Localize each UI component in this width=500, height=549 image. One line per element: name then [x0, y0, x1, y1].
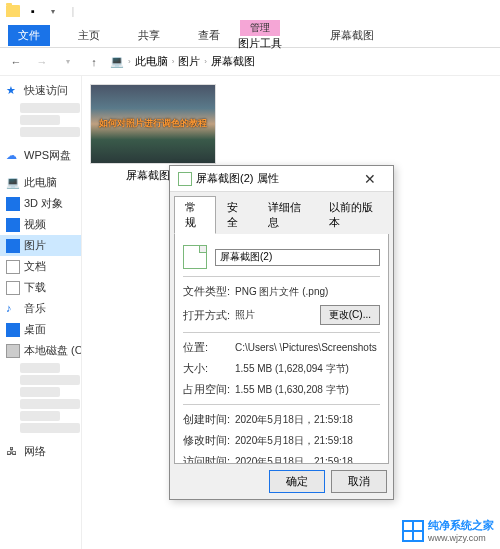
blurred-item	[20, 423, 80, 433]
val-location: C:\Users\ \Pictures\Screenshots	[235, 342, 380, 353]
watermark-text: 纯净系统之家	[428, 518, 494, 533]
dialog-titlebar[interactable]: 屏幕截图(2) 属性 ✕	[170, 166, 393, 192]
val-openwith: 照片	[235, 308, 320, 322]
blurred-item	[20, 103, 80, 113]
tab-details[interactable]: 详细信息	[257, 196, 318, 234]
blurred-item	[20, 375, 80, 385]
thumbnail-image: 如何对照片进行调色的教程	[90, 84, 216, 164]
sidebar-item-video[interactable]: 视频	[0, 214, 81, 235]
label-modified: 修改时间:	[183, 433, 235, 448]
qat-dropdown[interactable]: ▾	[44, 2, 62, 20]
tab-view[interactable]: 查看	[188, 25, 230, 46]
close-button[interactable]: ✕	[355, 171, 385, 187]
pc-icon: 💻	[110, 55, 124, 68]
sidebar-item-3d[interactable]: 3D 对象	[0, 193, 81, 214]
watermark-url: www.wjzy.com	[428, 533, 494, 543]
val-filetype: PNG 图片文件 (.png)	[235, 285, 380, 299]
label-created: 创建时间:	[183, 412, 235, 427]
disk-icon	[6, 344, 20, 358]
forward-button[interactable]: →	[32, 52, 52, 72]
address-bar: ← → ▾ ↑ 💻 › 此电脑 › 图片 › 屏幕截图	[0, 48, 500, 76]
sidebar-item-pics[interactable]: 图片	[0, 235, 81, 256]
sidebar-item-quick[interactable]: ★快速访问	[0, 80, 81, 101]
video-icon	[6, 218, 20, 232]
dialog-tabs: 常规 安全 详细信息 以前的版本	[170, 192, 393, 234]
breadcrumb-folder[interactable]: 屏幕截图	[211, 54, 255, 69]
sidebar-item-pc[interactable]: 💻此电脑	[0, 172, 81, 193]
blurred-item	[20, 411, 60, 421]
download-icon	[6, 281, 20, 295]
music-icon: ♪	[6, 302, 20, 316]
label-openwith: 打开方式:	[183, 308, 235, 323]
label-accessed: 访问时间:	[183, 454, 235, 464]
sidebar-item-downloads[interactable]: 下载	[0, 277, 81, 298]
folder-icon	[4, 2, 22, 20]
val-modified: 2020年5月18日，21:59:18	[235, 434, 380, 448]
properties-dialog: 屏幕截图(2) 属性 ✕ 常规 安全 详细信息 以前的版本 文件类型:PNG 图…	[169, 165, 394, 500]
context-group: 管理	[240, 20, 280, 36]
blurred-item	[20, 127, 80, 137]
file-icon	[178, 172, 192, 186]
val-accessed: 2020年5月18日，21:59:18	[235, 455, 380, 465]
context-tab[interactable]: 图片工具	[238, 36, 282, 51]
file-type-icon	[183, 245, 207, 269]
sidebar-item-desktop[interactable]: 桌面	[0, 319, 81, 340]
watermark: 纯净系统之家 www.wjzy.com	[402, 518, 494, 543]
cloud-icon: ☁	[6, 149, 20, 163]
blurred-item	[20, 363, 60, 373]
tab-file[interactable]: 文件	[8, 25, 50, 46]
breadcrumb-pics[interactable]: 图片	[178, 54, 200, 69]
nav-pane: ★快速访问 ☁WPS网盘 💻此电脑 3D 对象 视频 图片 文档 下载 ♪音乐 …	[0, 76, 82, 549]
cube-icon	[6, 197, 20, 211]
pc-icon: 💻	[6, 176, 20, 190]
thumbnail-overlay-text: 如何对照片进行调色的教程	[91, 117, 215, 130]
val-sizedisk: 1.55 MB (1,630,208 字节)	[235, 383, 380, 397]
label-filetype: 文件类型:	[183, 284, 235, 299]
star-icon: ★	[6, 84, 20, 98]
cancel-button[interactable]: 取消	[331, 470, 387, 493]
val-created: 2020年5月18日，21:59:18	[235, 413, 380, 427]
history-dropdown[interactable]: ▾	[58, 52, 78, 72]
sidebar-item-network[interactable]: 🖧网络	[0, 441, 81, 462]
ribbon: ▪ ▾ | 文件 主页 共享 查看 管理 图片工具 屏幕截图	[0, 0, 500, 48]
sidebar-item-docs[interactable]: 文档	[0, 256, 81, 277]
change-button[interactable]: 更改(C)...	[320, 305, 380, 325]
qat-item[interactable]: ▪	[24, 2, 42, 20]
val-size: 1.55 MB (1,628,094 字节)	[235, 362, 380, 376]
blurred-item	[20, 387, 60, 397]
ok-button[interactable]: 确定	[269, 470, 325, 493]
tab-share[interactable]: 共享	[128, 25, 170, 46]
dialog-title: 屏幕截图(2) 属性	[196, 171, 279, 186]
tab-security[interactable]: 安全	[216, 196, 258, 234]
desktop-icon	[6, 323, 20, 337]
label-sizedisk: 占用空间:	[183, 382, 235, 397]
filename-input[interactable]	[215, 249, 380, 266]
sidebar-item-disk-c[interactable]: 本地磁盘 (C:)	[0, 340, 81, 361]
tab-general[interactable]: 常规	[174, 196, 216, 234]
tab-previous[interactable]: 以前的版本	[318, 196, 389, 234]
dialog-footer: 确定 取消	[170, 464, 393, 499]
watermark-icon	[402, 520, 424, 542]
blurred-item	[20, 115, 60, 125]
dialog-body: 文件类型:PNG 图片文件 (.png) 打开方式:照片更改(C)... 位置:…	[174, 234, 389, 464]
network-icon: 🖧	[6, 445, 20, 459]
label-location: 位置:	[183, 340, 235, 355]
tab-home[interactable]: 主页	[68, 25, 110, 46]
window-title: 屏幕截图	[330, 28, 374, 43]
breadcrumb[interactable]: 💻 › 此电脑 › 图片 › 屏幕截图	[110, 54, 255, 69]
sidebar-item-music[interactable]: ♪音乐	[0, 298, 81, 319]
blurred-item	[20, 399, 80, 409]
up-button[interactable]: ↑	[84, 52, 104, 72]
doc-icon	[6, 260, 20, 274]
label-size: 大小:	[183, 361, 235, 376]
sidebar-item-wps[interactable]: ☁WPS网盘	[0, 145, 81, 166]
qat-sep: |	[64, 2, 82, 20]
picture-icon	[6, 239, 20, 253]
breadcrumb-pc[interactable]: 此电脑	[135, 54, 168, 69]
back-button[interactable]: ←	[6, 52, 26, 72]
